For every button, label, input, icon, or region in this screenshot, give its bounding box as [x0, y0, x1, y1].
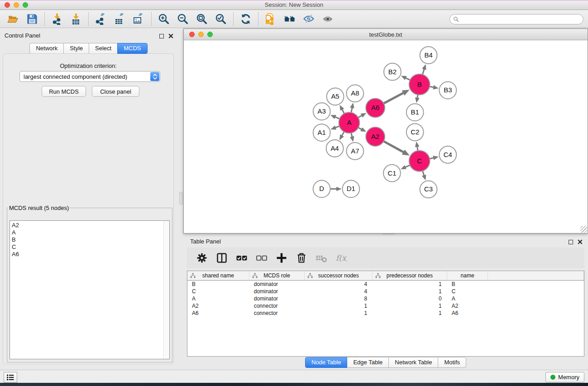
result-scrollbar[interactable]	[163, 221, 169, 359]
mcds-result-item[interactable]: C	[12, 243, 169, 251]
zoom-out-button[interactable]	[173, 11, 192, 27]
vertical-split-handle[interactable]	[179, 192, 183, 205]
tab-node-table[interactable]: Node Table	[305, 357, 348, 368]
close-panel-icon[interactable]	[168, 32, 173, 40]
mcds-result-item[interactable]: A6	[12, 251, 169, 258]
table-cell[interactable]: B	[187, 281, 249, 288]
graph-node-A7[interactable]: A7	[346, 143, 363, 160]
zoom-fit-button[interactable]	[192, 11, 211, 27]
tab-style[interactable]: Style	[63, 43, 89, 54]
export-image-button[interactable]	[129, 11, 148, 27]
memory-button[interactable]: Memory	[545, 372, 584, 382]
table-cell[interactable]	[488, 281, 584, 288]
graph-node-A5[interactable]: A5	[327, 88, 344, 105]
mcds-result-item[interactable]: B	[12, 236, 169, 243]
export-table-button[interactable]	[110, 11, 129, 27]
select-all-button[interactable]	[234, 250, 249, 266]
graph-edge-A6-B[interactable]	[383, 93, 404, 104]
graph-node-A3[interactable]: A3	[313, 103, 330, 120]
graph-node-A4[interactable]: A4	[326, 140, 344, 157]
run-mcds-button[interactable]: Run MCDS	[42, 86, 86, 97]
column-header-predecessor-nodes[interactable]: predecessor nodes	[373, 271, 447, 280]
export-network-button[interactable]	[91, 11, 110, 27]
tab-network[interactable]: Network	[29, 43, 64, 54]
table-cell[interactable]: 0	[373, 295, 447, 302]
graph-node-B[interactable]: B	[409, 74, 430, 95]
table-cell[interactable]: A2	[447, 302, 488, 310]
gear-button[interactable]	[194, 250, 210, 266]
graph-node-C2[interactable]: C2	[406, 124, 424, 141]
table-cell[interactable]: 1	[373, 288, 447, 295]
split-column-button[interactable]	[214, 250, 229, 266]
network-file-button[interactable]	[261, 11, 280, 27]
column-header-successor-nodes[interactable]: successor nodes	[305, 271, 373, 280]
graph-node-B4[interactable]: B4	[420, 47, 437, 64]
mcds-result-list[interactable]: A2ABCA6	[10, 220, 170, 359]
mcds-result-item[interactable]: A2	[12, 222, 169, 229]
table-cell[interactable]: C	[447, 288, 488, 295]
delete-button[interactable]	[294, 250, 309, 266]
column-header-shared-name[interactable]: shared name	[187, 271, 249, 280]
zoom-selected-button[interactable]	[211, 11, 230, 27]
graph-node-C1[interactable]: C1	[383, 165, 401, 182]
close-table-panel-icon[interactable]	[578, 238, 583, 246]
tab-mcds[interactable]: MCDS	[117, 43, 147, 54]
table-cell[interactable]: 1	[373, 310, 447, 317]
table-cell[interactable]: A2	[187, 302, 249, 310]
show-graphics-button[interactable]	[318, 11, 337, 27]
table-cell[interactable]	[488, 295, 584, 302]
resize-grip-icon[interactable]	[580, 226, 587, 233]
hide-graphics-button[interactable]	[299, 11, 318, 27]
search-input[interactable]	[461, 16, 583, 23]
table-cell[interactable]: A	[447, 295, 488, 302]
graph-node-B2[interactable]: B2	[384, 63, 401, 81]
tab-edge-table[interactable]: Edge Table	[347, 357, 389, 368]
table-cell[interactable]: 1	[373, 302, 447, 310]
graph-node-B1[interactable]: B1	[406, 104, 424, 121]
table-cell[interactable]: A	[187, 295, 249, 302]
table-cell[interactable]: A6	[447, 310, 488, 317]
table-cell[interactable]: dominator	[249, 281, 305, 288]
close-panel-button[interactable]: Close panel	[92, 86, 139, 97]
graph-edge-A2-C[interactable]	[383, 141, 404, 152]
column-header-MCDS-role[interactable]: MCDS role	[249, 271, 305, 280]
graph-node-A[interactable]: A	[339, 112, 359, 133]
mcds-result-item[interactable]: A	[12, 229, 169, 236]
graph-node-A6[interactable]: A6	[366, 98, 385, 117]
search-box[interactable]	[449, 14, 583, 24]
graph-node-C[interactable]: C	[409, 151, 430, 172]
deselect-all-button[interactable]	[254, 250, 269, 266]
table-cell[interactable]: A6	[187, 310, 249, 317]
criterion-select[interactable]: largest connected component (directed)	[19, 71, 160, 82]
tab-network-table[interactable]: Network Table	[388, 357, 438, 368]
table-cell[interactable]: dominator	[249, 288, 305, 295]
import-network-button[interactable]	[48, 11, 67, 27]
table-cell[interactable]	[488, 310, 584, 317]
tab-select[interactable]: Select	[89, 43, 118, 54]
table-cell[interactable]: C	[187, 288, 249, 295]
graph-node-C3[interactable]: C3	[420, 181, 437, 198]
table-cell[interactable]	[488, 288, 584, 295]
graph-node-B3[interactable]: B3	[439, 82, 456, 99]
table-cell[interactable]: 1	[305, 310, 373, 317]
float-table-panel-icon[interactable]	[569, 240, 573, 244]
graph-node-D[interactable]: D	[313, 181, 330, 198]
tab-motifs[interactable]: Motifs	[438, 357, 466, 368]
table-cell[interactable]: B	[447, 281, 488, 288]
table-cell[interactable]	[488, 302, 584, 310]
table-cell[interactable]: 1	[305, 302, 373, 310]
save-session-button[interactable]	[23, 11, 42, 27]
open-file-button[interactable]	[4, 11, 23, 27]
table-cell[interactable]: 4	[305, 281, 373, 288]
zoom-in-button[interactable]	[154, 11, 173, 27]
column-header-name[interactable]: name	[447, 271, 488, 280]
task-history-button[interactable]	[4, 372, 17, 383]
add-button[interactable]	[274, 250, 289, 266]
graph-node-D1[interactable]: D1	[342, 181, 359, 198]
graph-node-A1[interactable]: A1	[313, 124, 330, 141]
refresh-button[interactable]	[236, 11, 255, 27]
graph-node-C4[interactable]: C4	[439, 146, 456, 163]
import-table-button[interactable]	[67, 11, 86, 27]
table-cell[interactable]: 1	[373, 281, 447, 288]
float-panel-icon[interactable]	[159, 34, 164, 38]
